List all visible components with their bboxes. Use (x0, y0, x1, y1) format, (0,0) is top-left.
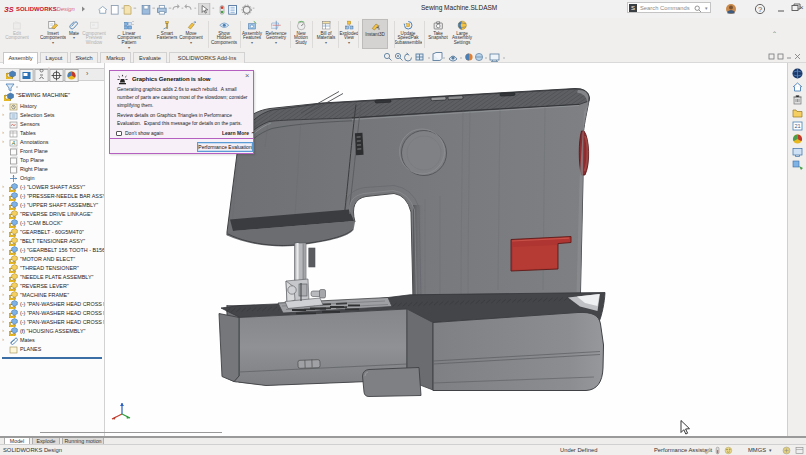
svg-text:21: 21 (794, 123, 800, 129)
svg-text:Design: Design (57, 6, 76, 12)
svg-text:A: A (11, 140, 16, 146)
svg-text:SOLIDWORKS: SOLIDWORKS (16, 6, 57, 12)
svg-text:ЗS: ЗS (4, 5, 14, 14)
svg-text:?: ? (758, 5, 762, 14)
